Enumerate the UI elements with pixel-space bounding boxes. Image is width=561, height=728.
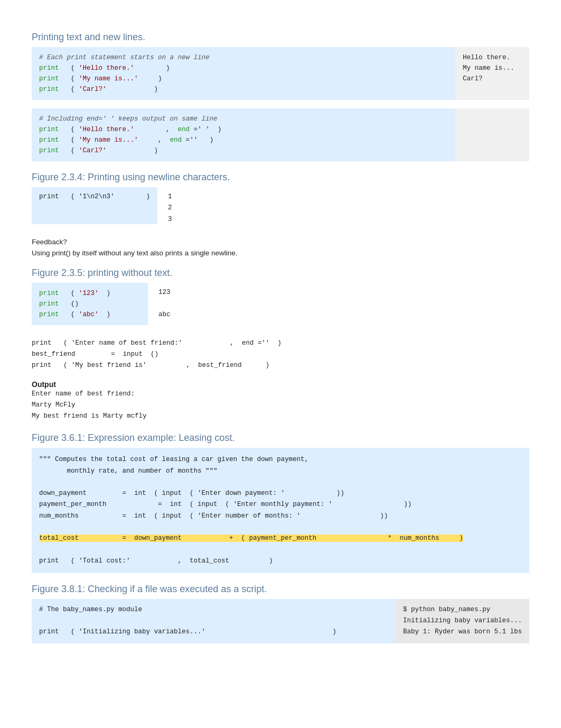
comment-2: # Including end=' ' keeps output on same… [39, 115, 218, 123]
kw-print-11: print [32, 339, 52, 347]
kw-print-8: print [39, 290, 59, 297]
code-361-print: ( 'Total cost:' , total_cost ) [71, 557, 273, 565]
code-235a: ( '123' ) [71, 290, 110, 297]
code-235c: ( 'abc' ) [71, 311, 110, 318]
code-234: ( '1\n2\n3' ) [71, 193, 150, 200]
kw-print-1: print [39, 64, 59, 72]
code-text-4: ( 'Hello there.' , end =' ' ) [71, 126, 221, 133]
code-bf2: ( 'My best friend is' , best_friend ) [63, 362, 269, 369]
code-361-ppm: payment_per_month = int ( input ( 'Enter… [39, 501, 412, 508]
kw-print-361: print [39, 557, 59, 565]
code-bf1: ( 'Enter name of best friend:' , end =''… [63, 339, 282, 347]
kw-print-3: print [39, 86, 59, 93]
code-text-1: ( 'Hello there.' ) [71, 64, 170, 72]
code-text-2: ( 'My name is...' ) [71, 75, 162, 82]
output-area-1: Hello there. My name is... Carl? [455, 47, 529, 100]
standalone-code: print ( 'Enter name of best friend:' , e… [32, 334, 529, 376]
code-381-print: ( 'Initializing baby variables...' ) [71, 628, 336, 635]
kw-print-4: print [39, 126, 59, 133]
code-text-6: ( 'Carl?' ) [71, 147, 158, 154]
output-section-bf: Output Enter name of best friend: Marty … [32, 380, 529, 422]
kw-print-381: print [39, 628, 59, 635]
code-text-5: ( 'My name is...' , end ='' ) [71, 136, 213, 144]
kw-print-9: print [39, 300, 59, 308]
fig-235-title: Figure 2.3.5: printing without text. [32, 268, 529, 279]
fig-235-code: print ( '123' ) print () print ( 'abc' ) [32, 283, 148, 325]
comment-381: # The baby_names.py module [39, 606, 142, 613]
fig-234-output: 123 [157, 187, 183, 229]
output-label: Output [32, 380, 529, 389]
var-best-friend: best_friend = input () [32, 351, 158, 358]
fig-381-output: $ python baby_names.py Initializing baby… [396, 599, 529, 643]
fig-361-title: Figure 3.6.1: Expression example: Leasin… [32, 432, 529, 444]
fig-234-wrapper: print ( '1\n2\n3' ) 123 [32, 187, 529, 229]
fig-361-code: """ Computes the total cost of leasing a… [32, 448, 529, 573]
kw-print-7: print [39, 193, 59, 200]
code-block-2: # Including end=' ' keeps output on same… [32, 108, 529, 161]
fig-381-title: Figure 3.8.1: Checking if a file was exe… [32, 584, 529, 595]
kw-print-12: print [32, 362, 52, 369]
docstring-361b: monthly rate, and number of months """ [39, 467, 218, 475]
feedback-text: Using print() by itself without any text… [32, 249, 529, 257]
code-361-nm: num_months = int ( input ( 'Enter number… [39, 512, 388, 520]
fig-235-output: 123abc [148, 283, 181, 325]
code-361-total: total_cost = down_payment + ( payment_pe… [39, 535, 463, 542]
fig-381-code: # The baby_names.py module print ( 'Init… [32, 599, 396, 643]
output-area-2 [455, 108, 529, 161]
kw-print-2: print [39, 75, 59, 82]
fig-234-code: print ( '1\n2\n3' ) [32, 187, 157, 224]
fig-235-wrapper: print ( '123' ) print () print ( 'abc' )… [32, 283, 529, 325]
kw-print-5: print [39, 136, 59, 144]
code-235b: () [71, 300, 79, 308]
code-area-2: # Including end=' ' keeps output on same… [32, 108, 455, 161]
kw-print-6: print [39, 147, 59, 154]
section-title-print: Printing text and new lines. [32, 32, 529, 43]
code-area-1: # Each print statement starts on a new l… [32, 47, 455, 100]
code-block-1: # Each print statement starts on a new l… [32, 47, 529, 100]
docstring-361: """ Computes the total cost of leasing a… [39, 456, 308, 463]
code-text-3: ( 'Carl?' ) [71, 86, 158, 93]
fig-234-title: Figure 2.3.4: Printing using newline cha… [32, 172, 529, 183]
fig-381-wrapper: # The baby_names.py module print ( 'Init… [32, 599, 529, 643]
kw-print-10: print [39, 311, 59, 318]
comment-1: # Each print statement starts on a new l… [39, 54, 210, 61]
feedback-heading: Feedback? [32, 238, 529, 246]
output-bf: Enter name of best friend: Marty McFly M… [32, 389, 529, 422]
code-361-dp: down_payment = int ( input ( 'Enter down… [39, 490, 344, 497]
